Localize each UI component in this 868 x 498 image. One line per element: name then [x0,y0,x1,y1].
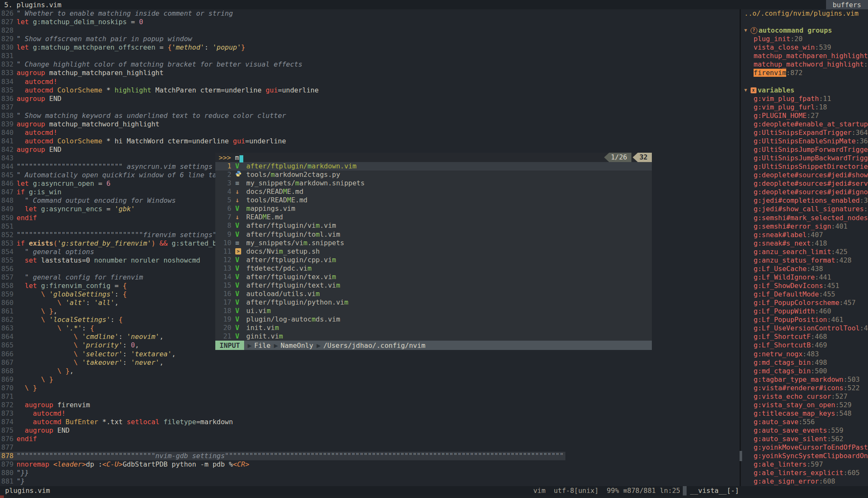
sidebar-tag-item[interactable]: g:ale_linters:597 [741,460,868,469]
file-list-item[interactable]: 16Vautoload/utils.vim [215,290,652,298]
sidebar-tag-item[interactable]: g:UltiSnipsJumpBackwardTrigg [741,154,868,162]
search-input[interactable]: m [235,154,239,162]
file-list-item[interactable]: 5↓tools/README.md [215,196,652,204]
sidebar-section-header[interactable]: ▼xvariables [741,86,868,95]
code-line[interactable]: 875 augroup END [0,426,740,435]
sidebar-tag-item[interactable]: g:vista_echo_cursor:527 [741,392,868,401]
file-list-item[interactable]: 13Vftdetect/pdc.vim [215,264,652,273]
code-line[interactable]: 826" Whether to enable matching inside c… [0,9,740,18]
file-list-item[interactable]: 7↓README.md [215,213,652,221]
code-line[interactable]: 830let g:matchup_matchparen_offscreen = … [0,43,740,52]
sidebar-tag-item[interactable]: g:vim_plug_fpath:11 [741,95,868,103]
sidebar-tag-item[interactable]: g:Lf_DefaultMode:455 [741,290,868,299]
sidebar-tag-item[interactable]: matchup_matchword_highlight: [741,60,868,69]
code-line[interactable]: 836augroup END [0,95,740,103]
code-line[interactable]: 837 [0,103,740,112]
sidebar-tag-item[interactable]: g:md_ctags_bin:498 [741,358,868,367]
tab-buffers-label[interactable]: buffers [826,0,868,9]
code-line[interactable]: 834 autocmd! [0,78,740,86]
sidebar-tag-item[interactable]: g:netrw_nogx:483 [741,350,868,358]
file-list-item[interactable]: 14Vafter/ftplugin/tex.vim [215,273,652,281]
sidebar-tag-item[interactable]: vista_close_win:539 [741,43,868,52]
code-line[interactable]: 831 [0,52,740,60]
sidebar-tag-item[interactable]: g:titlecase_map_keys:548 [741,409,868,418]
code-line[interactable]: 881"} [0,477,740,486]
file-list-item[interactable]: 11>docs/Nvim_setup.sh [215,247,652,256]
sidebar-tag-item[interactable]: g:sneak#label:407 [741,231,868,239]
code-line[interactable]: 867 \ 'takeover': 'never', [0,358,740,367]
sidebar-tag-item[interactable]: g:semshi#error_sign:401 [741,222,868,231]
file-list-item[interactable]: 10≡my_snippets/vim.snippets [215,239,652,247]
sidebar-tag-item[interactable]: g:vim_plug_furl:18 [741,103,868,112]
sidebar-section-header[interactable]: ▼?autocommand groups [741,26,868,35]
file-list-item[interactable]: 18Vui.vim [215,307,652,315]
sidebar-tag-item[interactable]: g:Lf_ShortcutB:469 [741,341,868,350]
code-line[interactable]: 877 [0,443,740,452]
code-line[interactable]: 838" Show matching keyword as underlined… [0,112,740,120]
code-line[interactable]: 871 [0,392,740,401]
cursor-line[interactable]: 878""""""""""""""""""""""""""""""""""nvi… [0,452,565,460]
sidebar-tag-item[interactable]: g:anzu_search_limit:425 [741,248,868,256]
sidebar-tag-item[interactable]: g:deoplete#sources#jedi#show [741,171,868,179]
sidebar-tag-item[interactable]: g:tagbar_type_markdown:503 [741,375,868,384]
file-list-item[interactable]: 20Vinit.vim [215,324,652,332]
file-list-item[interactable]: 1Vafter/ftplugin/markdown.vim [215,162,652,171]
sidebar-tag-item[interactable]: g:Lf_WildIgnore:441 [741,273,868,282]
code-line[interactable]: 841 autocmd ColorScheme * hi MatchWord c… [0,137,740,145]
sidebar-tag-item[interactable]: g:vista_stay_on_open:529 [741,401,868,409]
file-list-item[interactable]: 15Vafter/ftplugin/text.vim [215,281,652,290]
file-list-item[interactable]: 4↓docs/README.md [215,187,652,196]
file-list-item[interactable]: 9Vafter/ftplugin/toml.vim [215,230,652,239]
code-line[interactable]: 832" Change highlight color of matching … [0,60,740,69]
file-list-item[interactable]: 17Vafter/ftplugin/python.vim [215,298,652,307]
sidebar-tag-item[interactable]: g:auto_save_silent:562 [741,435,868,443]
sidebar-tag-item[interactable]: g:jedi#completions_enabled:3 [741,196,868,205]
sidebar-tag-item[interactable]: g:md_ctags_bin:500 [741,367,868,375]
tab-current-buffer[interactable]: 5. plugins.vim [0,1,61,9]
file-list-item[interactable]: 19Vplugin/log-autocmds.vim [215,315,652,324]
sidebar-tag-item[interactable]: g:jedi#show_call_signatures: [741,205,868,213]
sidebar-tag-item[interactable]: g:Lf_PopupColorscheme:457 [741,299,868,307]
sidebar-tag-item[interactable]: g:Lf_PopupPosition:461 [741,316,868,324]
code-line[interactable]: 835 autocmd ColorScheme * highlight Matc… [0,86,740,95]
sidebar-tag-item[interactable]: g:deoplete#sources#jedi#serv [741,179,868,188]
sidebar-tag-item[interactable]: g:PLUGIN_HOME:27 [741,112,868,120]
file-list-item[interactable]: 2tools/markdown2ctags.py [215,171,652,179]
code-line[interactable]: 827let g:matchup_delim_noskips = 0 [0,18,740,26]
code-line[interactable]: 869 \ } [0,375,740,384]
code-line[interactable]: 829" Show offscreen match pair in popup … [0,35,740,43]
file-list-item[interactable]: 3≡my_snippets/markdown.snippets [215,179,652,187]
sidebar-tag-item[interactable]: g:deoplete#enable_at_startup [741,120,868,129]
code-line[interactable]: 880"}} [0,469,740,477]
file-list-item[interactable]: 6Vmappings.vim [215,204,652,213]
sidebar-tag-item[interactable]: g:yoinkSyncSystemClipboardOn [741,452,868,460]
code-line[interactable]: 879nnoremap <leader>dp :<C-U>GdbStartPDB… [0,460,740,469]
file-list-item[interactable]: 8Vafter/ftplugin/vim.vim [215,221,652,230]
sidebar-tag-item[interactable]: g:ale_sign_error:608 [741,477,868,486]
code-line[interactable]: 833augroup matchup_matchparen_highlight [0,69,740,77]
code-line[interactable]: 873 autocmd! [0,409,740,418]
sidebar-tag-item[interactable]: g:UltiSnipsEnableSnipMate:36 [741,137,868,145]
sidebar-tag-item[interactable]: g:auto_save_events:559 [741,426,868,435]
code-line[interactable]: 866 \ 'selector': 'textarea', [0,350,740,358]
sidebar-tag-item[interactable]: g:Lf_ShortcutF:468 [741,333,868,341]
sidebar-tag-item[interactable]: g:sneak#s_next:418 [741,239,868,248]
sidebar-tag-item[interactable]: g:yoinkMoveCursorToEndOfPast [741,443,868,452]
code-line[interactable]: 872 augroup firenvim [0,401,740,409]
code-line[interactable]: 876endif [0,435,740,443]
sidebar-tag-item[interactable]: matchup_matchparen_highlight: [741,52,868,60]
sidebar-tag-item[interactable]: g:auto_save:556 [741,418,868,426]
sidebar-tag-item[interactable]: g:UltiSnipsJumpForwardTrigge [741,145,868,154]
code-line[interactable]: 868 \ }, [0,367,740,375]
file-list-item[interactable]: 12Vafter/ftplugin/cpp.vim [215,256,652,264]
code-line[interactable]: 870 \ } [0,384,740,392]
sidebar-tag-item[interactable]: g:ale_linters_explicit:605 [741,469,868,477]
sidebar-tag-item[interactable]: g:UltiSnipsSnippetDirectorie [741,162,868,171]
code-line[interactable]: 828 [0,26,740,35]
sidebar-tag-item[interactable]: plug_init:20 [741,35,868,43]
sidebar-tag-item[interactable]: firenvim:872 [741,69,868,77]
sidebar-tag-item[interactable]: g:Lf_UseVersionControlTool:4 [741,324,868,333]
sidebar-tag-item[interactable]: g:vista#renderer#icons:522 [741,384,868,392]
sidebar-tag-item[interactable]: g:anzu_status_format:428 [741,256,868,265]
sidebar-tag-item[interactable]: g:Lf_PopupWidth:460 [741,307,868,316]
